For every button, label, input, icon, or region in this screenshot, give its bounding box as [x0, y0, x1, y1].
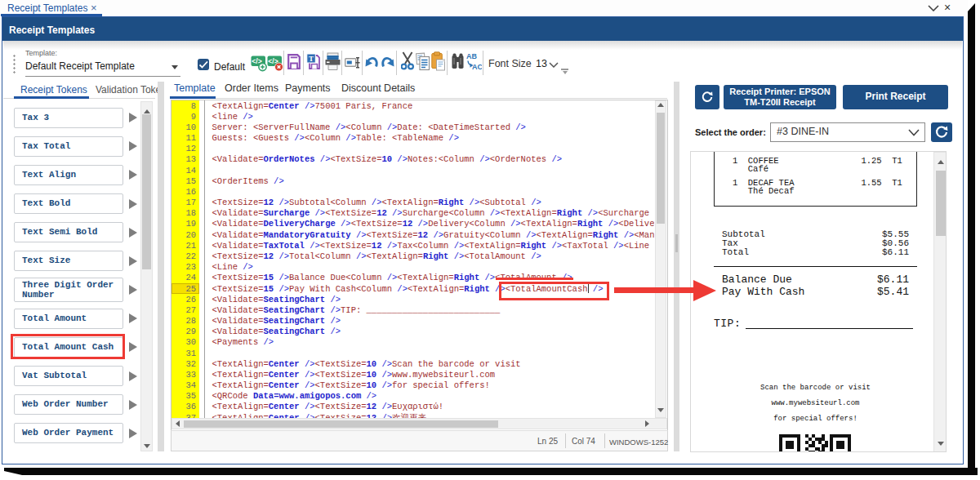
svg-text:AC: AC [472, 63, 482, 71]
svg-text:AB: AB [466, 52, 477, 60]
svg-text:T: T [309, 55, 314, 63]
